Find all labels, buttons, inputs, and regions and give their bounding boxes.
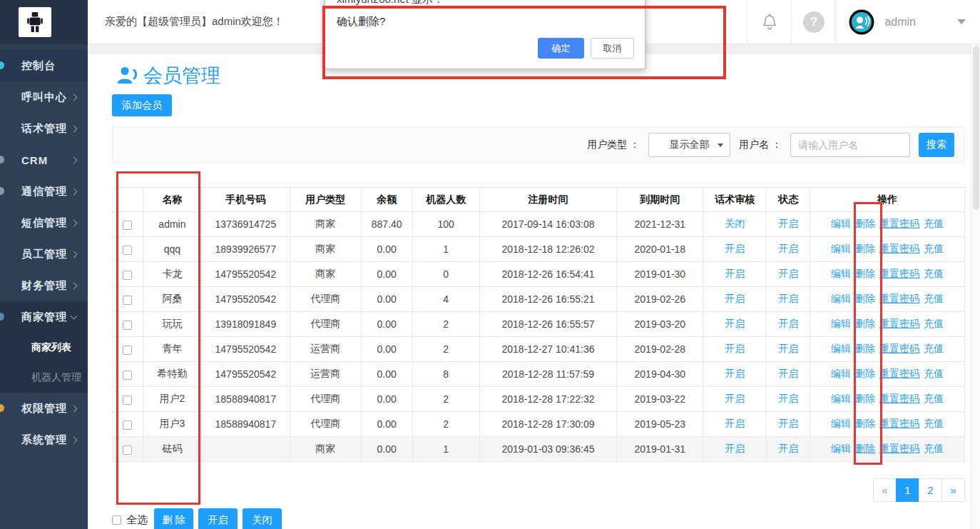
reset-password-link[interactable]: 重置密码 xyxy=(879,343,919,354)
row-checkbox[interactable] xyxy=(123,296,132,305)
sidebar-item-短信管理[interactable]: 短信管理 xyxy=(0,207,88,238)
username-input[interactable] xyxy=(790,133,910,157)
script-review-toggle[interactable]: 开启 xyxy=(725,368,745,379)
recharge-link[interactable]: 充值 xyxy=(924,343,944,354)
vertical-scrollbar[interactable] xyxy=(971,0,980,529)
recharge-link[interactable]: 充值 xyxy=(924,268,944,279)
script-review-toggle[interactable]: 开启 xyxy=(725,243,745,254)
row-checkbox[interactable] xyxy=(123,396,132,405)
reset-password-link[interactable]: 重置密码 xyxy=(879,393,919,404)
status-toggle[interactable]: 开启 xyxy=(778,418,798,429)
help-button[interactable]: ? xyxy=(791,0,835,44)
pagination-next[interactable]: » xyxy=(941,478,965,502)
status-toggle[interactable]: 开启 xyxy=(778,293,798,304)
recharge-link[interactable]: 充值 xyxy=(924,393,944,404)
pagination-page-1[interactable]: 1 xyxy=(896,478,919,502)
edit-link[interactable]: 编辑 xyxy=(831,368,851,379)
row-checkbox[interactable] xyxy=(123,246,132,255)
recharge-link[interactable]: 充值 xyxy=(924,443,944,454)
script-review-toggle[interactable]: 开启 xyxy=(725,393,745,404)
sidebar-item-话术管理[interactable]: 话术管理 xyxy=(0,113,88,144)
reset-password-link[interactable]: 重置密码 xyxy=(879,293,919,304)
add-member-button[interactable]: 添加会员 xyxy=(112,94,172,116)
sidebar-item-员工管理[interactable]: 员工管理 xyxy=(0,238,88,270)
recharge-link[interactable]: 充值 xyxy=(924,368,944,379)
bulk-enable-button[interactable]: 开启 xyxy=(198,508,238,529)
delete-link[interactable]: 删除 xyxy=(855,343,875,354)
reset-password-link[interactable]: 重置密码 xyxy=(879,368,919,379)
sidebar-item-财务管理[interactable]: 财务管理 xyxy=(0,270,88,301)
row-checkbox[interactable] xyxy=(123,445,132,455)
edit-link[interactable]: 编辑 xyxy=(831,243,851,254)
status-toggle[interactable]: 开启 xyxy=(778,343,798,354)
row-checkbox[interactable] xyxy=(123,420,132,430)
edit-link[interactable]: 编辑 xyxy=(831,393,851,404)
pagination-prev[interactable]: « xyxy=(873,478,897,502)
status-toggle[interactable]: 开启 xyxy=(778,318,798,329)
row-checkbox[interactable] xyxy=(123,371,132,380)
script-review-toggle[interactable]: 关闭 xyxy=(725,218,745,229)
script-review-toggle[interactable]: 开启 xyxy=(725,318,745,329)
status-toggle[interactable]: 开启 xyxy=(778,218,798,229)
edit-link[interactable]: 编辑 xyxy=(831,418,851,429)
reset-password-link[interactable]: 重置密码 xyxy=(879,243,919,254)
status-toggle[interactable]: 开启 xyxy=(778,443,798,454)
dialog-confirm-button[interactable]: 确定 xyxy=(538,38,584,59)
pagination-page-2[interactable]: 2 xyxy=(919,478,942,502)
row-checkbox[interactable] xyxy=(123,346,132,355)
row-checkbox[interactable] xyxy=(123,321,132,330)
status-toggle[interactable]: 开启 xyxy=(778,368,798,379)
recharge-link[interactable]: 充值 xyxy=(924,243,944,254)
sidebar-item-CRM[interactable]: CRM xyxy=(0,144,88,176)
status-toggle[interactable]: 开启 xyxy=(778,243,798,254)
row-checkbox[interactable] xyxy=(123,271,132,280)
sidebar-item-控制台[interactable]: 控制台 xyxy=(0,50,88,81)
user-menu[interactable]: admin xyxy=(835,0,980,44)
sidebar-item-权限管理[interactable]: 权限管理 xyxy=(0,393,88,424)
edit-link[interactable]: 编辑 xyxy=(831,293,851,304)
delete-link[interactable]: 删除 xyxy=(855,443,875,454)
sidebar-subitem-商家列表[interactable]: 商家列表 xyxy=(0,333,88,363)
select-all-checkbox[interactable] xyxy=(112,515,121,525)
edit-link[interactable]: 编辑 xyxy=(831,318,851,329)
script-review-toggle[interactable]: 开启 xyxy=(725,443,745,454)
edit-link[interactable]: 编辑 xyxy=(831,218,851,229)
sidebar-item-呼叫中心[interactable]: 呼叫中心 xyxy=(0,81,88,113)
delete-link[interactable]: 删除 xyxy=(855,268,875,279)
script-review-toggle[interactable]: 开启 xyxy=(725,268,745,279)
status-toggle[interactable]: 开启 xyxy=(778,393,798,404)
delete-link[interactable]: 删除 xyxy=(855,418,875,429)
reset-password-link[interactable]: 重置密码 xyxy=(879,268,919,279)
scrollbar-thumb[interactable] xyxy=(973,46,979,210)
dialog-cancel-button[interactable]: 取消 xyxy=(591,38,634,59)
delete-link[interactable]: 删除 xyxy=(855,318,875,329)
sidebar-item-系统管理[interactable]: 系统管理 xyxy=(0,424,88,455)
sidebar-item-通信管理[interactable]: 通信管理 xyxy=(0,176,88,207)
bulk-delete-button[interactable]: 删 除 xyxy=(154,508,193,529)
script-review-toggle[interactable]: 开启 xyxy=(725,418,745,429)
script-review-toggle[interactable]: 开启 xyxy=(725,343,745,354)
notifications-button[interactable] xyxy=(747,0,791,44)
recharge-link[interactable]: 充值 xyxy=(924,318,944,329)
recharge-link[interactable]: 充值 xyxy=(924,218,944,229)
status-toggle[interactable]: 开启 xyxy=(778,268,798,279)
delete-link[interactable]: 删除 xyxy=(855,393,875,404)
row-checkbox[interactable] xyxy=(123,221,132,230)
sidebar-item-商家管理[interactable]: 商家管理 xyxy=(0,301,88,333)
search-button[interactable]: 搜索 xyxy=(919,133,954,157)
reset-password-link[interactable]: 重置密码 xyxy=(879,318,919,329)
edit-link[interactable]: 编辑 xyxy=(831,343,851,354)
recharge-link[interactable]: 充值 xyxy=(924,293,944,304)
app-logo[interactable] xyxy=(19,7,51,37)
sidebar-subitem-机器人管理[interactable]: 机器人管理 xyxy=(0,363,88,393)
delete-link[interactable]: 删除 xyxy=(855,293,875,304)
script-review-toggle[interactable]: 开启 xyxy=(725,293,745,304)
reset-password-link[interactable]: 重置密码 xyxy=(879,443,919,454)
user-type-select[interactable]: 显示全部 xyxy=(648,133,730,157)
delete-link[interactable]: 删除 xyxy=(855,243,875,254)
edit-link[interactable]: 编辑 xyxy=(831,268,851,279)
reset-password-link[interactable]: 重置密码 xyxy=(879,218,919,229)
bulk-disable-button[interactable]: 关闭 xyxy=(243,508,282,529)
recharge-link[interactable]: 充值 xyxy=(924,418,944,429)
reset-password-link[interactable]: 重置密码 xyxy=(879,418,919,429)
